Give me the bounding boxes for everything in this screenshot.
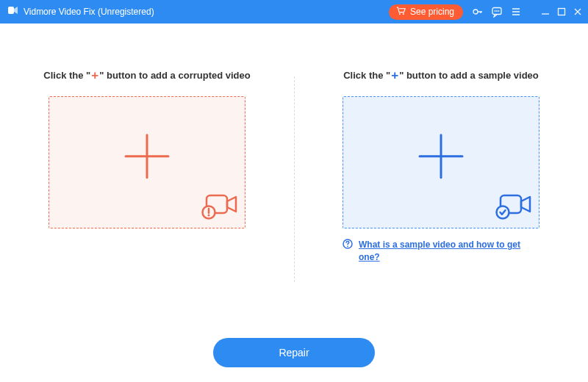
title-bar: Vidmore Video Fix (Unregistered) See pri… [0,0,588,24]
sample-video-help: What is a sample video and how to get on… [343,239,539,264]
add-sample-video-dropzone[interactable] [343,96,539,228]
sample-video-panel: Click the " + " button to add a sample v… [294,69,588,288]
svg-rect-0 [8,7,14,14]
cart-icon [396,7,406,18]
repair-button[interactable]: Repair [213,338,375,367]
menu-icon[interactable] [510,6,522,18]
app-title: Vidmore Video Fix (Unregistered) [24,7,154,17]
corrupted-video-panel: Click the " + " button to add a corrupte… [0,69,294,288]
see-pricing-label: See pricing [410,7,454,17]
close-icon[interactable] [573,7,582,16]
svg-point-5 [495,10,496,12]
sample-video-icon [495,191,533,223]
add-corrupted-video-dropzone[interactable] [49,96,245,228]
plus-icon: + [391,69,398,82]
plus-icon: + [91,69,98,82]
add-icon [414,129,468,187]
main-area: Click the " + " button to add a corrupte… [0,24,588,382]
footer: Repair [0,338,588,367]
app-logo-icon [7,4,19,19]
svg-point-7 [498,10,500,12]
key-icon[interactable] [472,6,484,18]
svg-rect-8 [559,9,565,15]
minimize-icon[interactable] [541,7,550,16]
see-pricing-button[interactable]: See pricing [389,4,463,20]
help-icon [343,239,353,252]
corrupted-video-header: Click the " + " button to add a corrupte… [43,69,250,82]
add-icon [120,129,174,187]
maximize-icon[interactable] [557,7,566,16]
svg-point-15 [347,245,348,247]
app-brand: Vidmore Video Fix (Unregistered) [7,4,154,19]
panel-divider [294,76,295,282]
feedback-icon[interactable] [491,6,503,18]
svg-point-6 [496,10,498,12]
svg-point-3 [473,10,478,14]
svg-point-2 [403,13,404,15]
sample-video-header: Click the " + " button to add a sample v… [343,69,539,82]
svg-point-11 [208,215,210,217]
corrupted-video-icon [201,191,239,223]
svg-point-1 [399,13,401,15]
sample-video-help-link[interactable]: What is a sample video and how to get on… [359,239,539,264]
